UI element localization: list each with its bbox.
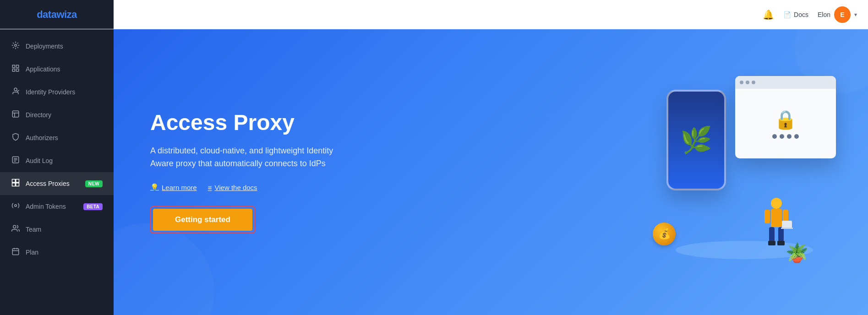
avatar: E: [834, 6, 851, 23]
pwd-dot-2: [780, 134, 784, 139]
user-name: Elon: [818, 11, 830, 18]
svg-rect-30: [777, 241, 785, 245]
hero-links: 💡 Learn more ≡ View the docs: [150, 183, 352, 191]
team-icon: [11, 224, 20, 234]
svg-rect-13: [12, 179, 16, 183]
sidebar-item-audit-log[interactable]: Audit Log: [0, 149, 114, 172]
hero-description: A distributed, cloud-native, and lightwe…: [150, 144, 352, 171]
view-docs-label: View the docs: [214, 184, 257, 191]
learn-more-icon: 💡: [150, 183, 159, 191]
notification-icon[interactable]: 🔔: [763, 9, 774, 20]
identity-providers-icon: [11, 87, 20, 97]
access-proxies-icon: [11, 179, 20, 189]
chevron-down-icon: ▾: [854, 11, 857, 18]
svg-rect-14: [16, 179, 19, 183]
logo-area: datawiza: [0, 0, 114, 29]
svg-point-23: [771, 198, 782, 209]
sidebar-item-plan[interactable]: Plan: [0, 241, 114, 264]
sidebar: DeploymentsApplicationsIdentity Provider…: [0, 29, 114, 315]
password-dots: [772, 134, 799, 139]
svg-rect-15: [12, 183, 16, 186]
person-illustration: [758, 195, 795, 250]
browser-bar: [735, 76, 836, 89]
coin-illustration: 💰: [653, 223, 676, 245]
browser-dot-1: [740, 81, 743, 84]
header-right: 🔔 📄 Docs Elon E ▾: [763, 6, 857, 23]
view-docs-link[interactable]: ≡ View the docs: [208, 184, 257, 191]
sidebar-label-admin-tokens: Admin Tokens: [26, 203, 78, 210]
app-logo: datawiza: [37, 9, 77, 21]
main-content: Access Proxy A distributed, cloud-native…: [114, 29, 868, 315]
sidebar-item-applications[interactable]: Applications: [0, 58, 114, 81]
docs-icon: 📄: [783, 11, 791, 18]
svg-rect-2: [16, 65, 19, 67]
deployments-icon: [11, 41, 20, 51]
sidebar-label-directory: Directory: [26, 111, 103, 119]
svg-rect-29: [768, 241, 775, 245]
getting-started-button[interactable]: Getting started: [153, 209, 252, 231]
docs-link[interactable]: 📄 Docs: [783, 11, 808, 18]
illustration: 🌿 🔒: [648, 71, 841, 273]
sidebar-item-deployments[interactable]: Deployments: [0, 35, 114, 58]
svg-point-18: [13, 225, 16, 228]
view-docs-icon: ≡: [208, 184, 212, 191]
learn-more-label: Learn more: [162, 184, 197, 191]
svg-rect-6: [12, 111, 19, 117]
browser-content: 🔒: [735, 89, 836, 158]
sidebar-item-directory[interactable]: Directory: [0, 103, 114, 126]
applications-icon: [11, 64, 20, 74]
pwd-dot-4: [794, 134, 799, 139]
badge-admin-tokens: Beta: [83, 203, 103, 210]
svg-rect-16: [16, 183, 19, 186]
sidebar-label-plan: Plan: [26, 249, 103, 256]
lock-icon: 🔒: [774, 109, 797, 130]
svg-rect-25: [764, 210, 770, 223]
header: datawiza 🔔 📄 Docs Elon E ▾: [0, 0, 868, 29]
svg-point-0: [15, 44, 17, 47]
sidebar-label-identity-providers: Identity Providers: [26, 88, 103, 96]
sidebar-label-audit-log: Audit Log: [26, 157, 103, 164]
user-menu[interactable]: Elon E ▾: [818, 6, 857, 23]
svg-rect-24: [771, 209, 782, 227]
pwd-dot-3: [787, 134, 792, 139]
plan-icon: [11, 247, 20, 257]
badge-access-proxies: New: [85, 180, 103, 187]
hero-content: Access Proxy A distributed, cloud-native…: [114, 83, 388, 261]
sidebar-item-access-proxies[interactable]: Access ProxiesNew: [0, 172, 114, 195]
svg-rect-4: [16, 69, 19, 71]
svg-rect-32: [781, 228, 793, 229]
svg-point-5: [14, 88, 17, 91]
sidebar-item-identity-providers[interactable]: Identity Providers: [0, 81, 114, 103]
svg-rect-19: [12, 249, 19, 255]
layout: DeploymentsApplicationsIdentity Provider…: [0, 29, 868, 315]
svg-rect-31: [782, 221, 792, 228]
sidebar-item-admin-tokens[interactable]: Admin TokensBeta: [0, 195, 114, 218]
svg-rect-3: [12, 69, 15, 71]
audit-log-icon: [11, 156, 20, 166]
svg-rect-1: [12, 65, 15, 67]
sidebar-label-access-proxies: Access Proxies: [26, 180, 80, 187]
svg-point-17: [15, 205, 17, 207]
phone-illustration: 🌿: [666, 90, 726, 190]
docs-label: Docs: [794, 11, 808, 18]
svg-rect-27: [769, 227, 775, 242]
sidebar-label-deployments: Deployments: [26, 43, 103, 50]
leaf-icon: 🌿: [680, 125, 712, 155]
sidebar-label-team: Team: [26, 226, 103, 233]
svg-rect-28: [778, 227, 784, 242]
browser-dot-3: [752, 81, 755, 84]
authorizers-icon: [11, 133, 20, 143]
getting-started-wrapper: Getting started: [150, 206, 255, 234]
admin-tokens-icon: [11, 201, 20, 212]
sidebar-label-applications: Applications: [26, 65, 103, 73]
browser-dot-2: [746, 81, 749, 84]
pwd-dot-1: [772, 134, 777, 139]
hero-title: Access Proxy: [150, 111, 352, 135]
learn-more-link[interactable]: 💡 Learn more: [150, 183, 197, 191]
browser-window-illustration: 🔒: [735, 76, 836, 158]
directory-icon: [11, 110, 20, 120]
sidebar-item-authorizers[interactable]: Authorizers: [0, 126, 114, 149]
sidebar-label-authorizers: Authorizers: [26, 134, 103, 141]
sidebar-item-team[interactable]: Team: [0, 218, 114, 241]
